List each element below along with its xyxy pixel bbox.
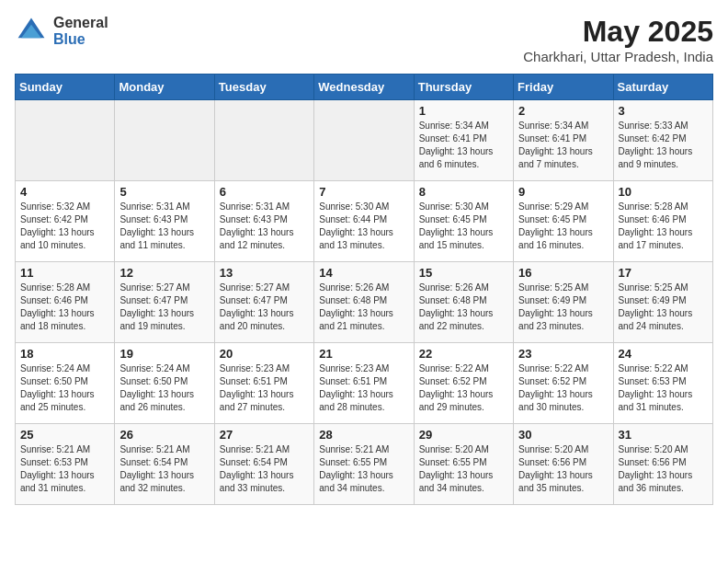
day-of-week-header: Sunday (16, 75, 115, 100)
calendar-cell: 27Sunrise: 5:21 AMSunset: 6:54 PMDayligh… (214, 424, 313, 505)
calendar-cell: 7Sunrise: 5:30 AMSunset: 6:44 PMDaylight… (314, 181, 414, 262)
calendar-cell: 30Sunrise: 5:20 AMSunset: 6:56 PMDayligh… (514, 424, 613, 505)
calendar-header-row: SundayMondayTuesdayWednesdayThursdayFrid… (16, 75, 713, 100)
day-of-week-header: Monday (115, 75, 214, 100)
day-number: 5 (119, 185, 209, 199)
calendar-cell: 14Sunrise: 5:26 AMSunset: 6:48 PMDayligh… (314, 262, 414, 343)
calendar-cell: 16Sunrise: 5:25 AMSunset: 6:49 PMDayligh… (514, 262, 613, 343)
location-subtitle: Charkhari, Uttar Pradesh, India (523, 49, 713, 64)
day-number: 19 (119, 347, 209, 361)
cell-details: Sunrise: 5:22 AMSunset: 6:53 PMDaylight:… (619, 362, 708, 414)
day-number: 18 (20, 347, 109, 361)
day-number: 9 (518, 185, 608, 199)
cell-details: Sunrise: 5:31 AMSunset: 6:43 PMDaylight:… (119, 201, 209, 252)
cell-details: Sunrise: 5:34 AMSunset: 6:41 PMDaylight:… (419, 120, 508, 171)
day-number: 11 (20, 266, 109, 280)
day-number: 17 (619, 266, 708, 280)
calendar-cell: 28Sunrise: 5:21 AMSunset: 6:55 PMDayligh… (314, 424, 414, 505)
cell-details: Sunrise: 5:30 AMSunset: 6:45 PMDaylight:… (419, 201, 508, 252)
day-of-week-header: Thursday (414, 75, 513, 100)
calendar-cell: 11Sunrise: 5:28 AMSunset: 6:46 PMDayligh… (16, 262, 115, 343)
logo-icon (15, 15, 48, 48)
calendar-cell: 18Sunrise: 5:24 AMSunset: 6:50 PMDayligh… (16, 343, 115, 424)
day-number: 15 (419, 266, 508, 280)
day-number: 13 (220, 266, 309, 280)
day-number: 12 (119, 266, 209, 280)
calendar-week-row: 4Sunrise: 5:32 AMSunset: 6:42 PMDaylight… (16, 181, 713, 262)
calendar-cell: 5Sunrise: 5:31 AMSunset: 6:43 PMDaylight… (115, 181, 214, 262)
day-number: 28 (319, 428, 408, 442)
calendar-cell: 1Sunrise: 5:34 AMSunset: 6:41 PMDaylight… (414, 100, 513, 181)
day-number: 6 (220, 185, 309, 199)
calendar-cell: 29Sunrise: 5:20 AMSunset: 6:55 PMDayligh… (414, 424, 513, 505)
calendar-cell: 9Sunrise: 5:29 AMSunset: 6:45 PMDaylight… (514, 181, 613, 262)
cell-details: Sunrise: 5:28 AMSunset: 6:46 PMDaylight:… (619, 201, 708, 252)
calendar-cell: 4Sunrise: 5:32 AMSunset: 6:42 PMDaylight… (16, 181, 115, 262)
cell-details: Sunrise: 5:28 AMSunset: 6:46 PMDaylight:… (20, 282, 109, 333)
cell-details: Sunrise: 5:21 AMSunset: 6:55 PMDaylight:… (319, 443, 408, 495)
calendar-cell: 20Sunrise: 5:23 AMSunset: 6:51 PMDayligh… (214, 343, 313, 424)
logo-blue-text: Blue (53, 31, 108, 48)
calendar-cell (16, 100, 115, 181)
cell-details: Sunrise: 5:23 AMSunset: 6:51 PMDaylight:… (220, 362, 309, 414)
day-number: 22 (419, 347, 508, 361)
calendar-cell: 10Sunrise: 5:28 AMSunset: 6:46 PMDayligh… (613, 181, 712, 262)
logo: General Blue (15, 15, 108, 48)
calendar-week-row: 1Sunrise: 5:34 AMSunset: 6:41 PMDaylight… (16, 100, 713, 181)
day-of-week-header: Saturday (613, 75, 712, 100)
cell-details: Sunrise: 5:29 AMSunset: 6:45 PMDaylight:… (518, 201, 608, 252)
calendar-cell: 8Sunrise: 5:30 AMSunset: 6:45 PMDaylight… (414, 181, 513, 262)
day-number: 7 (319, 185, 408, 199)
calendar-cell: 13Sunrise: 5:27 AMSunset: 6:47 PMDayligh… (214, 262, 313, 343)
calendar-table: SundayMondayTuesdayWednesdayThursdayFrid… (15, 74, 713, 505)
cell-details: Sunrise: 5:25 AMSunset: 6:49 PMDaylight:… (518, 282, 608, 333)
day-number: 20 (220, 347, 309, 361)
calendar-cell: 19Sunrise: 5:24 AMSunset: 6:50 PMDayligh… (115, 343, 214, 424)
day-number: 27 (220, 428, 309, 442)
cell-details: Sunrise: 5:27 AMSunset: 6:47 PMDaylight:… (220, 282, 309, 333)
cell-details: Sunrise: 5:27 AMSunset: 6:47 PMDaylight:… (119, 282, 209, 333)
cell-details: Sunrise: 5:30 AMSunset: 6:44 PMDaylight:… (319, 201, 408, 252)
cell-details: Sunrise: 5:32 AMSunset: 6:42 PMDaylight:… (20, 201, 109, 252)
cell-details: Sunrise: 5:26 AMSunset: 6:48 PMDaylight:… (319, 282, 408, 333)
day-number: 30 (518, 428, 608, 442)
cell-details: Sunrise: 5:22 AMSunset: 6:52 PMDaylight:… (419, 362, 508, 414)
calendar-cell: 22Sunrise: 5:22 AMSunset: 6:52 PMDayligh… (414, 343, 513, 424)
calendar-cell (214, 100, 313, 181)
day-number: 24 (619, 347, 708, 361)
calendar-week-row: 25Sunrise: 5:21 AMSunset: 6:53 PMDayligh… (16, 424, 713, 505)
page-header: General Blue May 2025 Charkhari, Uttar P… (15, 15, 713, 64)
logo-text: General Blue (53, 15, 108, 47)
cell-details: Sunrise: 5:20 AMSunset: 6:56 PMDaylight:… (619, 443, 708, 495)
day-number: 10 (619, 185, 708, 199)
day-number: 26 (119, 428, 209, 442)
calendar-cell: 25Sunrise: 5:21 AMSunset: 6:53 PMDayligh… (16, 424, 115, 505)
day-number: 23 (518, 347, 608, 361)
cell-details: Sunrise: 5:23 AMSunset: 6:51 PMDaylight:… (319, 362, 408, 414)
calendar-week-row: 11Sunrise: 5:28 AMSunset: 6:46 PMDayligh… (16, 262, 713, 343)
day-number: 2 (518, 104, 608, 118)
day-number: 4 (20, 185, 109, 199)
cell-details: Sunrise: 5:31 AMSunset: 6:43 PMDaylight:… (220, 201, 309, 252)
day-number: 1 (419, 104, 508, 118)
cell-details: Sunrise: 5:33 AMSunset: 6:42 PMDaylight:… (619, 120, 708, 171)
calendar-cell: 21Sunrise: 5:23 AMSunset: 6:51 PMDayligh… (314, 343, 414, 424)
day-of-week-header: Wednesday (314, 75, 414, 100)
calendar-cell: 6Sunrise: 5:31 AMSunset: 6:43 PMDaylight… (214, 181, 313, 262)
calendar-cell: 15Sunrise: 5:26 AMSunset: 6:48 PMDayligh… (414, 262, 513, 343)
day-number: 29 (419, 428, 508, 442)
day-number: 3 (619, 104, 708, 118)
day-number: 31 (619, 428, 708, 442)
day-number: 21 (319, 347, 408, 361)
day-of-week-header: Tuesday (214, 75, 313, 100)
cell-details: Sunrise: 5:25 AMSunset: 6:49 PMDaylight:… (619, 282, 708, 333)
cell-details: Sunrise: 5:24 AMSunset: 6:50 PMDaylight:… (119, 362, 209, 414)
cell-details: Sunrise: 5:20 AMSunset: 6:55 PMDaylight:… (419, 443, 508, 495)
cell-details: Sunrise: 5:26 AMSunset: 6:48 PMDaylight:… (419, 282, 508, 333)
calendar-cell: 17Sunrise: 5:25 AMSunset: 6:49 PMDayligh… (613, 262, 712, 343)
cell-details: Sunrise: 5:22 AMSunset: 6:52 PMDaylight:… (518, 362, 608, 414)
calendar-cell (314, 100, 414, 181)
calendar-cell: 31Sunrise: 5:20 AMSunset: 6:56 PMDayligh… (613, 424, 712, 505)
cell-details: Sunrise: 5:24 AMSunset: 6:50 PMDaylight:… (20, 362, 109, 414)
calendar-cell: 3Sunrise: 5:33 AMSunset: 6:42 PMDaylight… (613, 100, 712, 181)
